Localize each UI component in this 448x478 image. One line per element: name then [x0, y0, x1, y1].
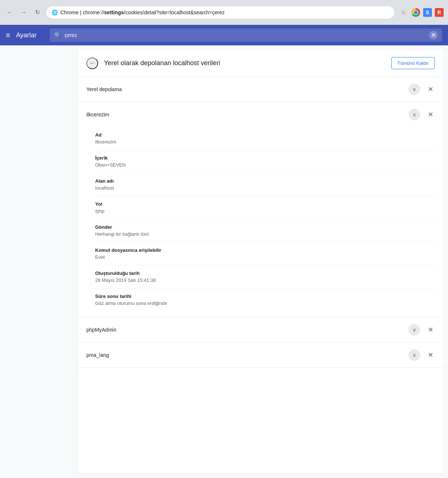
detail-value: ilkcerezim: [95, 139, 435, 145]
chevron-button-pma-lang[interactable]: ∨: [408, 349, 420, 361]
section-header-phpmyadmin: phpMyAdmin ∨ ✕: [78, 317, 444, 342]
section-name-pma-lang: pma_lang: [86, 352, 109, 358]
browser-bar: ← → ↻ 🌐 Chrome | chrome://settings/cooki…: [0, 0, 448, 25]
address-text: Chrome | chrome://settings/cookies/detai…: [60, 10, 389, 15]
back-button[interactable]: ←: [4, 7, 15, 18]
detail-row: İçerik Oben+SEVEN: [95, 150, 435, 173]
detail-row: Gönder Herhangi bir bağlantı türü: [95, 219, 435, 242]
remove-all-button[interactable]: Tümünü Kaldır: [391, 57, 435, 69]
page-header: ← Yerel olarak depolanan localhost veril…: [78, 50, 444, 77]
search-icon: 🔍: [54, 32, 61, 39]
reload-button[interactable]: ↻: [32, 7, 42, 18]
section-actions-phpmyadmin: ∨ ✕: [408, 324, 435, 336]
close-button-ilkcerezim[interactable]: ✕: [426, 110, 435, 119]
bookmark-button[interactable]: ☆: [398, 7, 408, 18]
detail-label: Süre sonu tarihi: [95, 294, 435, 299]
chevron-button-ilkcerezim[interactable]: ∧: [408, 109, 420, 120]
detail-value: /php: [95, 208, 435, 214]
section-header-yerel-depolama: Yerel depolama ∨ ✕: [78, 77, 444, 102]
section-name-ilkcerezim: ilkcerezim: [86, 112, 109, 117]
page-title: Yerel olarak depolanan localhost veriler…: [104, 59, 220, 67]
section-actions-ilkcerezim: ∧ ✕: [408, 109, 435, 120]
menu-icon[interactable]: ≡: [6, 31, 10, 40]
detail-row: Süre sonu tarihi Göz atma oturumu sona e…: [95, 288, 435, 311]
settings-title: Ayarlar: [16, 31, 37, 39]
detail-row: Yol /php: [95, 196, 435, 219]
detail-value: localhost: [95, 185, 435, 191]
detail-label: Oluşturulduğu tarih: [95, 270, 435, 276]
detail-label: İçerik: [95, 155, 435, 161]
page-header-left: ← Yerel olarak depolanan localhost veril…: [86, 57, 220, 69]
search-clear-button[interactable]: ✕: [429, 31, 438, 40]
section-name-phpmyadmin: phpMyAdmin: [86, 327, 116, 333]
page-back-button[interactable]: ←: [86, 57, 98, 69]
forward-button[interactable]: →: [18, 7, 29, 18]
browser-icons: ☆ S R: [398, 7, 444, 18]
section-header-ilkcerezim: ilkcerezim ∧ ✕: [78, 102, 444, 127]
close-button-yerel-depolama[interactable]: ✕: [426, 85, 435, 94]
detail-value: Oben+SEVEN: [95, 162, 435, 168]
content-panel: ← Yerel olarak depolanan localhost veril…: [78, 50, 444, 474]
detail-label: Ad: [95, 132, 435, 138]
detail-value: Evet: [95, 254, 435, 260]
section-phpmyadmin: phpMyAdmin ∨ ✕: [78, 317, 444, 343]
detail-label: Yol: [95, 201, 435, 207]
detail-label: Alan adı: [95, 178, 435, 184]
section-yerel-depolama: Yerel depolama ∨ ✕: [78, 77, 444, 102]
section-ilkcerezim: ilkcerezim ∧ ✕ Ad ilkcerezim İçerik Oben…: [78, 102, 444, 317]
detail-row: Oluşturulduğu tarih 28 Mayıs 2019 Salı 1…: [95, 265, 435, 288]
section-name-yerel-depolama: Yerel depolama: [86, 86, 122, 92]
chevron-button-yerel-depolama[interactable]: ∨: [408, 83, 420, 95]
detail-label: Gönder: [95, 224, 435, 230]
cookie-details-ilkcerezim: Ad ilkcerezim İçerik Oben+SEVEN Alan adı…: [78, 127, 444, 317]
extension-r-button[interactable]: R: [435, 8, 444, 17]
detail-row: Alan adı localhost: [95, 173, 435, 196]
sidebar: [0, 45, 73, 478]
close-button-pma-lang[interactable]: ✕: [426, 351, 435, 359]
detail-value: Herhangi bir bağlantı türü: [95, 231, 435, 237]
detail-value: Göz atma oturumu sona erdiğinde: [95, 300, 435, 306]
close-button-phpmyadmin[interactable]: ✕: [426, 325, 435, 334]
detail-label: Komut dosyasınca erişilebilir: [95, 247, 435, 253]
section-actions-yerel-depolama: ∨ ✕: [408, 83, 435, 95]
chevron-button-phpmyadmin[interactable]: ∨: [408, 324, 420, 336]
chromium-icon: [411, 8, 420, 17]
main-content: ← Yerel olarak depolanan localhost veril…: [0, 45, 448, 478]
globe-icon: 🌐: [52, 10, 57, 15]
settings-bar: ≡ Ayarlar 🔍 çerez ✕: [0, 25, 448, 45]
section-pma-lang: pma_lang ∨ ✕: [78, 343, 444, 368]
detail-row: Komut dosyasınca erişilebilir Evet: [95, 242, 435, 265]
sections-container: Yerel depolama ∨ ✕ ilkcerezim ∧ ✕ Ad ilk…: [78, 77, 444, 368]
search-input[interactable]: çerez: [64, 32, 426, 38]
search-box[interactable]: 🔍 çerez ✕: [50, 29, 442, 42]
detail-row: Ad ilkcerezim: [95, 127, 435, 150]
detail-value: 28 Mayıs 2019 Salı 15:41:38: [95, 277, 435, 283]
address-bar[interactable]: 🌐 Chrome | chrome://settings/cookies/det…: [46, 6, 395, 19]
extension-s-button[interactable]: S: [423, 8, 432, 17]
section-actions-pma-lang: ∨ ✕: [408, 349, 435, 361]
section-header-pma-lang: pma_lang ∨ ✕: [78, 343, 444, 367]
